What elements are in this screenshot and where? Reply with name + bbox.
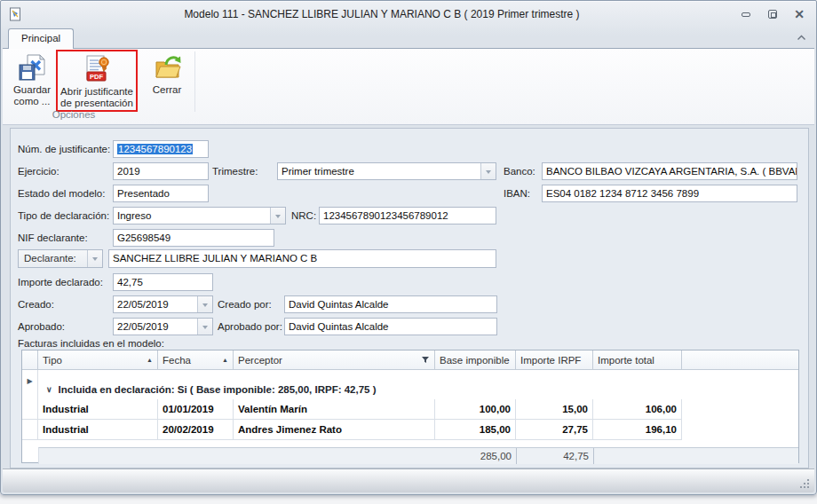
current-row-arrow-icon: ▶	[27, 378, 32, 399]
col-header-importe-irpf[interactable]: Importe IRPF	[516, 350, 593, 370]
declarante-button-label: Declarante:	[19, 250, 87, 267]
window-title: Modelo 111 - SANCHEZ LLIBRE JULIAN Y MAR…	[54, 1, 710, 28]
cell-tipo: Industrial	[38, 399, 158, 420]
declarante-dropdown-button[interactable]: Declarante:	[18, 249, 103, 268]
row-indicator-cell: ▶	[22, 370, 38, 399]
col-header-perceptor[interactable]: Perceptor	[234, 350, 435, 370]
cell-importe-irpf: 15,00	[516, 399, 593, 420]
importe-declarado-field[interactable]: 42,75	[113, 273, 213, 291]
aprobado-por-label: Aprobado por:	[218, 318, 282, 335]
banco-label: Banco:	[504, 162, 535, 180]
declarante-field[interactable]: SANCHEZ LLIBRE JULIAN Y MARIANO C B	[108, 249, 496, 268]
col-header-tipo[interactable]: Tipo ▲	[38, 350, 158, 370]
minimize-icon	[742, 12, 750, 17]
cell-filler	[682, 420, 798, 440]
titlebar[interactable]: Modelo 111 - SANCHEZ LLIBRE JULIAN Y MAR…	[1, 1, 816, 28]
facturas-grid: Tipo ▲ Fecha ▲ Perceptor Base imponible	[21, 350, 799, 463]
cell-tipo: Industrial	[38, 420, 158, 440]
trimestre-label: Trimestre:	[212, 162, 258, 180]
button-label-line: de presentación	[60, 98, 133, 109]
nrc-field[interactable]: 1234567890123456789012	[319, 207, 496, 224]
ejercicio-label: Ejercicio:	[18, 162, 59, 180]
col-header-label: Importe total	[598, 355, 654, 366]
restore-button[interactable]	[766, 9, 779, 20]
estado-label: Estado del modelo:	[18, 185, 105, 202]
cell-importe-total: 106,00	[593, 399, 682, 420]
ribbon: Guardar como ... PDF Abrir justificante …	[3, 48, 814, 125]
col-header-fecha[interactable]: Fecha ▲	[158, 350, 234, 370]
restore-icon	[768, 10, 777, 19]
ejercicio-field[interactable]: 2019	[113, 162, 209, 180]
button-label-line: como ...	[14, 96, 51, 107]
cell-perceptor: Andres Jimenez Rato	[234, 420, 435, 440]
num-justificante-field[interactable]: 1234567890123	[113, 140, 209, 158]
cell-importe-total: 196,10	[593, 420, 682, 440]
window-controls: ✕	[740, 9, 805, 20]
row-indicator-header	[22, 350, 38, 370]
row-indicator-cell	[22, 420, 38, 440]
cell-filler	[682, 399, 798, 420]
group-row[interactable]: ▶ ∨ Incluida en declaración: Si ( Base i…	[22, 370, 798, 399]
footer-irpf-total: 42,75	[517, 448, 594, 464]
iban-field[interactable]: ES04 0182 1234 8712 3456 7899	[542, 185, 797, 202]
table-row[interactable]: Industrial 01/01/2019 Valentín Marín 100…	[22, 399, 798, 420]
group-row-text: ∨ Incluida en declaración: Si ( Base imp…	[38, 370, 377, 399]
ribbon-group-separator	[194, 51, 195, 112]
tipo-declaracion-value: Ingreso	[114, 208, 270, 224]
aprobado-label: Aprobado:	[18, 318, 65, 335]
minimize-button[interactable]	[740, 9, 752, 20]
collapse-ribbon-icon[interactable]	[797, 35, 806, 41]
trimestre-select[interactable]: Primer trimestre	[277, 162, 496, 180]
close-folder-icon	[153, 53, 181, 82]
table-row[interactable]: Industrial 20/02/2019 Andres Jimenez Rat…	[22, 420, 798, 440]
collapse-group-icon[interactable]: ∨	[46, 384, 52, 395]
creado-por-field[interactable]: David Quintas Alcalde	[284, 295, 497, 313]
cell-base-imponible: 185,00	[435, 420, 516, 440]
pdf-justificante-icon: PDF	[83, 55, 111, 83]
cell-base-imponible: 100,00	[435, 399, 516, 420]
col-header-label: Perceptor	[238, 355, 282, 366]
tab-principal[interactable]: Principal	[8, 28, 74, 49]
estado-field[interactable]: Presentado	[113, 185, 209, 202]
resize-grip[interactable]	[807, 486, 809, 488]
cerrar-button[interactable]: Cerrar	[143, 51, 191, 96]
aprobado-date-value: 22/05/2019	[114, 319, 197, 335]
grid-footer: 285,00 42,75	[38, 447, 798, 464]
aprobado-por-field[interactable]: David Quintas Alcalde	[284, 318, 497, 335]
save-as-icon	[18, 53, 46, 82]
button-label-line: Guardar	[13, 84, 51, 96]
col-header-filler	[682, 350, 798, 370]
status-bar	[3, 469, 814, 492]
chevron-down-icon	[197, 319, 212, 335]
nif-declarante-field[interactable]: G25698549	[113, 229, 274, 247]
footer-spacer	[39, 448, 436, 464]
button-label-line: Cerrar	[153, 84, 182, 96]
tab-strip: Principal	[1, 28, 816, 48]
chevron-down-icon	[270, 208, 285, 224]
tipo-declaracion-select[interactable]: Ingreso	[113, 207, 286, 224]
grid-header-row: Tipo ▲ Fecha ▲ Perceptor Base imponible	[22, 350, 798, 370]
button-label-line: Abrir justificante	[60, 86, 133, 98]
banco-field[interactable]: BANCO BILBAO VIZCAYA ARGENTARIA, S.A. ( …	[542, 162, 797, 180]
chevron-down-icon	[197, 296, 212, 312]
close-button[interactable]: ✕	[793, 9, 805, 20]
sort-asc-icon: ▲	[219, 357, 228, 363]
aprobado-date-select[interactable]: 22/05/2019	[113, 318, 213, 335]
sort-asc-icon: ▲	[144, 357, 153, 363]
guardar-como-button[interactable]: Guardar como ...	[8, 51, 56, 107]
creado-date-select[interactable]: 22/05/2019	[113, 295, 213, 313]
importe-declarado-label: Importe declarado:	[18, 273, 103, 291]
col-header-label: Tipo	[43, 355, 62, 366]
modelo-111-window: Modelo 111 - SANCHEZ LLIBRE JULIAN Y MAR…	[0, 0, 817, 495]
form-panel: Núm. de justificante: 1234567890123 Ejer…	[10, 128, 809, 469]
col-header-label: Base imponible	[440, 355, 510, 366]
creado-por-label: Creado por:	[218, 295, 272, 313]
col-header-base-imponible[interactable]: Base imponible	[435, 350, 516, 370]
chevron-down-icon	[480, 163, 496, 179]
nif-declarante-label: NIF declarante:	[18, 229, 88, 247]
filter-icon[interactable]	[421, 356, 430, 364]
col-header-importe-total[interactable]: Importe total	[593, 350, 682, 370]
abrir-justificante-button[interactable]: PDF Abrir justificante de presentación	[56, 50, 138, 112]
grid-gap	[22, 440, 798, 447]
app-icon	[9, 7, 21, 21]
